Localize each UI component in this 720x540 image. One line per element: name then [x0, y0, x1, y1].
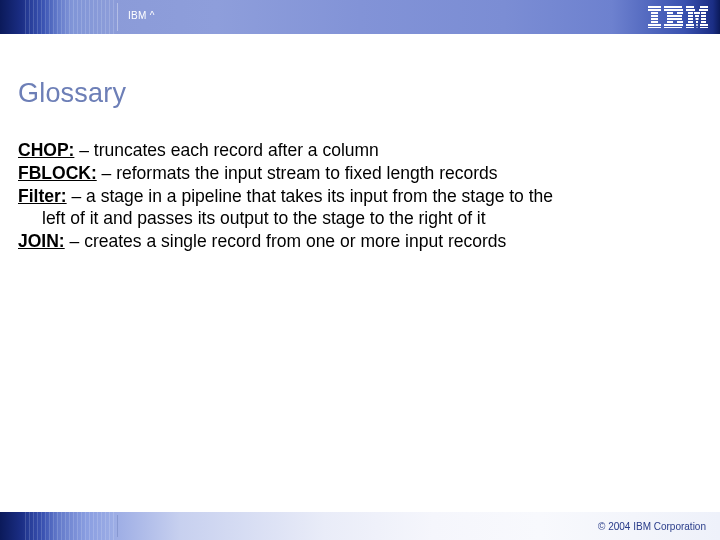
svg-rect-15	[677, 21, 683, 23]
svg-rect-27	[695, 15, 699, 17]
svg-rect-8	[664, 6, 682, 8]
glossary-list: CHOP: – truncates each record after a co…	[18, 140, 702, 253]
svg-rect-11	[677, 12, 683, 14]
svg-rect-33	[696, 21, 698, 23]
svg-rect-2	[651, 12, 658, 14]
footer-bar: © 2004 IBM Corporation	[0, 512, 720, 540]
svg-rect-21	[699, 9, 708, 11]
slide: IBM ^ Glossary	[0, 0, 720, 540]
svg-rect-40	[700, 27, 708, 28]
svg-rect-4	[651, 18, 658, 20]
svg-rect-19	[700, 6, 708, 8]
svg-rect-3	[651, 15, 658, 17]
svg-rect-20	[686, 9, 695, 11]
svg-rect-13	[667, 18, 682, 20]
glossary-definition-continued: left of it and passes its output to the …	[18, 208, 702, 230]
svg-rect-25	[701, 12, 706, 14]
svg-rect-7	[648, 27, 661, 28]
glossary-definition: – a stage in a pipeline that takes its i…	[67, 186, 553, 206]
svg-rect-36	[696, 24, 697, 26]
glossary-entry: Filter: – a stage in a pipeline that tak…	[18, 186, 702, 230]
glossary-definition: – creates a single record from one or mo…	[65, 231, 507, 251]
glossary-term: FBLOCK:	[18, 163, 97, 183]
svg-rect-1	[648, 9, 661, 11]
svg-rect-37	[700, 24, 708, 26]
page-title: Glossary	[18, 78, 126, 109]
glossary-term: CHOP:	[18, 140, 74, 160]
header-divider	[117, 3, 118, 31]
svg-rect-38	[686, 27, 694, 28]
copyright-text: © 2004 IBM Corporation	[598, 521, 706, 532]
glossary-entry: FBLOCK: – reformats the input stream to …	[18, 163, 702, 185]
glossary-entry: JOIN: – creates a single record from one…	[18, 231, 702, 253]
svg-rect-23	[694, 12, 697, 14]
header-label: IBM ^	[128, 10, 155, 21]
svg-rect-35	[686, 24, 694, 26]
glossary-entry: CHOP: – truncates each record after a co…	[18, 140, 702, 162]
svg-rect-17	[664, 27, 682, 28]
svg-rect-14	[667, 21, 673, 23]
svg-rect-29	[688, 18, 693, 20]
glossary-term: JOIN:	[18, 231, 65, 251]
glossary-definition: – reformats the input stream to fixed le…	[97, 163, 498, 183]
svg-rect-32	[688, 21, 693, 23]
svg-rect-10	[667, 12, 673, 14]
glossary-term: Filter:	[18, 186, 67, 206]
header-bar: IBM ^	[0, 0, 720, 34]
svg-rect-18	[686, 6, 694, 8]
svg-rect-24	[697, 12, 700, 14]
ibm-logo-icon	[648, 6, 708, 28]
svg-rect-39	[697, 27, 698, 28]
glossary-definition: – truncates each record after a column	[74, 140, 378, 160]
svg-rect-31	[701, 18, 706, 20]
svg-rect-12	[667, 15, 682, 17]
svg-rect-26	[688, 15, 693, 17]
svg-rect-30	[696, 18, 699, 20]
svg-rect-28	[701, 15, 706, 17]
svg-rect-9	[664, 9, 683, 11]
svg-rect-0	[648, 6, 661, 8]
svg-rect-6	[648, 24, 661, 26]
footer-divider	[117, 515, 118, 537]
svg-rect-5	[651, 21, 658, 23]
svg-rect-34	[701, 21, 706, 23]
svg-rect-16	[664, 24, 683, 26]
svg-rect-22	[688, 12, 693, 14]
